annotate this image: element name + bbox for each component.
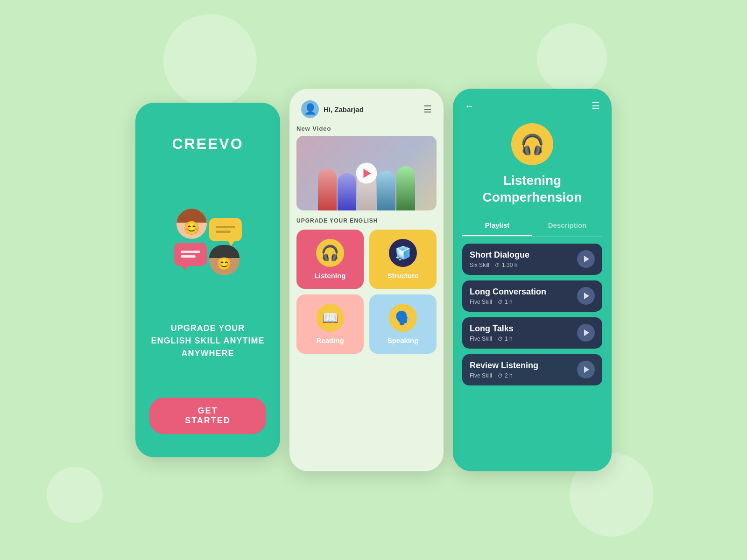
playlist-time-3: ⏱ 1 h (498, 336, 513, 342)
playlist-title-2: Long Conversation (470, 287, 577, 297)
play-circle-1[interactable] (577, 250, 595, 268)
character-face1: 😊 (176, 209, 207, 239)
hamburger-icon[interactable]: ☰ (423, 104, 432, 115)
video-person-4 (377, 171, 395, 210)
speaking-icon-circle: 🗣️ (389, 304, 417, 332)
character-illustrations: 😊 (174, 190, 242, 284)
play-circle-4[interactable] (577, 361, 595, 378)
skill-card-speaking[interactable]: 🗣️ Speaking (369, 294, 437, 354)
video-section: New Video (289, 125, 444, 210)
phone3-header: ← ☰ (453, 89, 612, 119)
playlist-info-2: Long Conversation Five Skill ⏱ 1 h (470, 287, 577, 305)
chat-bubble-yellow (209, 218, 242, 241)
skills-grid: 🎧 Listening 🧊 Structure 📖 Readin (296, 230, 437, 354)
bubble-line (181, 255, 196, 258)
clock-icon-3: ⏱ (498, 336, 503, 342)
phones-container: CREEVO 😊 (135, 89, 612, 471)
play-triangle-icon (364, 168, 371, 178)
playlist-info-4: Review Listening Five Skill ⏱ 2 h (470, 361, 577, 379)
avatar-icon: 👤 (304, 103, 317, 115)
play-circle-2[interactable] (577, 287, 595, 305)
hero-section: 🎧 Listening Comperhension (453, 119, 612, 216)
playlist-meta-1: Six Skill ⏱ 1.30 h (470, 262, 577, 268)
structure-icon-circle: 🧊 (389, 239, 417, 267)
playlist-skill-4: Five Skill (470, 372, 492, 379)
chat-group-left: 😊 (174, 209, 207, 266)
play-button-overlay[interactable] (356, 163, 377, 184)
playlist-info-1: Short Dialogue Six Skill ⏱ 1.30 h (470, 250, 577, 268)
playlist-item-short-dialogue[interactable]: Short Dialogue Six Skill ⏱ 1.30 h (462, 244, 602, 275)
hair2 (209, 245, 240, 258)
app-subtitle: UPGRADE YOUR ENGLISH SKILL ANYTIME ANYWH… (149, 322, 266, 360)
video-person-5 (396, 166, 415, 210)
user-avatar: 👤 (301, 100, 319, 118)
speaking-label: Speaking (388, 336, 419, 344)
playlist-skill-1: Six Skill (470, 262, 489, 268)
rubik-icon: 🧊 (395, 245, 411, 261)
play-circle-3[interactable] (577, 324, 595, 342)
playlist-item-long-conversation[interactable]: Long Conversation Five Skill ⏱ 1 h (462, 280, 602, 312)
clock-icon-2: ⏱ (498, 299, 503, 305)
reading-icon-circle: 📖 (316, 304, 344, 332)
play-icon-1 (584, 256, 589, 262)
playlist-skill-3: Five Skill (470, 336, 492, 342)
phone1-splash: CREEVO 😊 (135, 103, 280, 457)
playlist-item-review-listening[interactable]: Review Listening Five Skill ⏱ 2 h (462, 354, 602, 385)
listening-label: Listening (315, 272, 346, 280)
tabs-section: Playlist Description (462, 216, 602, 237)
get-started-button[interactable]: GET STARTED (149, 398, 266, 434)
bubble-lines-yellow (216, 226, 235, 233)
play-icon-3 (584, 329, 589, 336)
skill-card-structure[interactable]: 🧊 Structure (369, 230, 437, 289)
playlist-title-3: Long Talks (470, 324, 577, 334)
play-icon-2 (584, 293, 589, 299)
structure-label: Structure (388, 272, 419, 280)
listening-icon-circle: 🎧 (316, 239, 344, 267)
skill-card-reading[interactable]: 📖 Reading (296, 294, 364, 354)
speaking-icon: 🗣️ (395, 310, 411, 326)
hero-icon-circle: 🎧 (511, 123, 553, 165)
tab-playlist[interactable]: Playlist (462, 216, 532, 236)
play-icon-4 (584, 366, 589, 373)
bubble-line (216, 226, 235, 228)
video-person-2 (338, 173, 356, 210)
playlist-meta-2: Five Skill ⏱ 1 h (470, 299, 577, 305)
tab-description[interactable]: Description (532, 216, 602, 236)
upgrade-label: UPGRADE YOUR ENGLISH (296, 217, 437, 224)
playlist-meta-3: Five Skill ⏱ 1 h (470, 336, 577, 342)
header-left: 👤 Hi, Zabarjad (301, 100, 364, 118)
playlist-time-1: ⏱ 1.30 h (495, 262, 517, 268)
headphone-icon: 🎧 (321, 244, 339, 262)
bg-circle-3 (47, 467, 103, 523)
playlist-time-2: ⏱ 1 h (498, 299, 513, 305)
playlist-title-4: Review Listening (470, 361, 577, 371)
phone3-menu-icon[interactable]: ☰ (592, 100, 600, 112)
reading-label: Reading (316, 336, 344, 344)
greeting-text: Hi, Zabarjad (324, 105, 364, 113)
clock-icon-4: ⏱ (498, 373, 503, 378)
hero-headphone-icon: 🎧 (520, 133, 544, 156)
character-face2: 😊 (209, 245, 240, 275)
playlist-meta-4: Five Skill ⏱ 2 h (470, 372, 577, 379)
playlist-title-1: Short Dialogue (470, 250, 577, 260)
playlist-skill-2: Five Skill (470, 299, 492, 305)
playlist-item-long-talks[interactable]: Long Talks Five Skill ⏱ 1 h (462, 317, 602, 349)
video-label: New Video (296, 125, 437, 132)
skill-card-listening[interactable]: 🎧 Listening (296, 230, 364, 289)
chat-bubble-pink (174, 243, 207, 266)
playlist-info-3: Long Talks Five Skill ⏱ 1 h (470, 324, 577, 342)
phone2-header: 👤 Hi, Zabarjad ☰ (289, 89, 444, 125)
clock-icon-1: ⏱ (495, 262, 500, 268)
bubble-line (181, 251, 200, 253)
chat-group-right: 😊 (209, 218, 242, 275)
upgrade-section: UPGRADE YOUR ENGLISH 🎧 Listening 🧊 Struc… (289, 210, 444, 354)
book-icon: 📖 (322, 310, 338, 326)
phone2-main: 👤 Hi, Zabarjad ☰ New Video (289, 89, 444, 471)
video-person-1 (318, 168, 337, 210)
bg-circle-2 (537, 23, 607, 93)
back-arrow-icon[interactable]: ← (465, 101, 474, 112)
hero-title: Listening Comperhension (453, 172, 612, 206)
playlist-section: Short Dialogue Six Skill ⏱ 1.30 h (453, 237, 612, 471)
video-thumbnail[interactable] (296, 136, 437, 210)
bubble-lines-pink (181, 251, 200, 258)
